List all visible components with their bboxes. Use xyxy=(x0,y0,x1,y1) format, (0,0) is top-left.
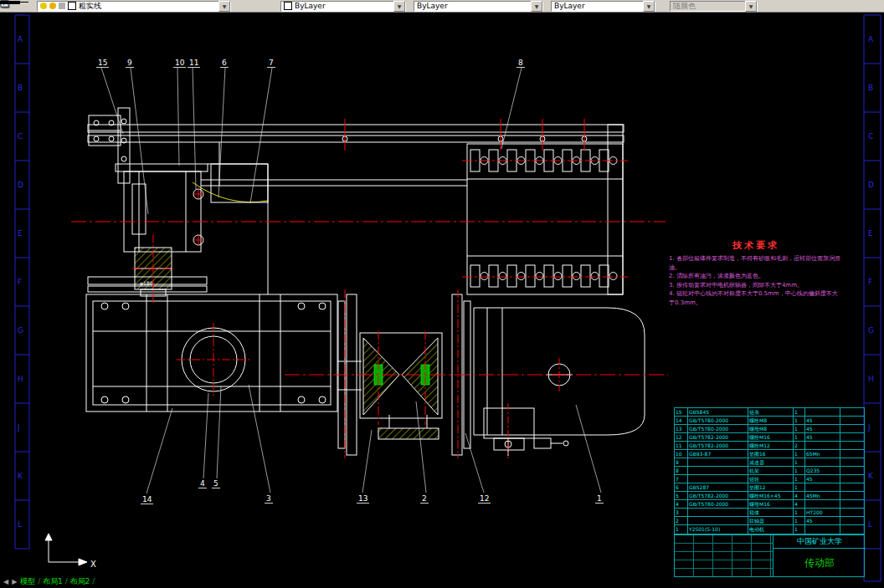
object-properties-toolbar: 粗实线 ▼ ByLayer ▼ ByLayer ▼ ByLayer ▼ 随颜色 … xyxy=(0,0,884,13)
parts-list-cell: 12 xyxy=(675,433,688,442)
parts-list-cell xyxy=(805,500,840,509)
part-callout: 10 xyxy=(173,59,186,68)
parts-list-row: 4GB/T5780-2000螺母M164 xyxy=(675,500,864,509)
parts-list-cell: GB/T5780-2000 xyxy=(688,425,748,433)
zone-letter: D xyxy=(868,182,874,189)
parts-list-cell xyxy=(688,458,748,467)
part-callout: 14 xyxy=(141,495,153,504)
zone-letter: F xyxy=(868,279,872,286)
tab-scroll-left-icon[interactable]: ◀ xyxy=(3,578,8,585)
parts-list-cell xyxy=(840,425,864,433)
part-callout: 13 xyxy=(357,494,369,504)
parts-list-row: 1Y2S01(S-10)电动机1 xyxy=(675,525,864,534)
parts-list-row: 10GB93-87垫圈16165Mn xyxy=(675,450,864,458)
parts-list-cell: 10 xyxy=(675,450,688,458)
ucs-icon xyxy=(45,534,87,565)
parts-list-cell xyxy=(688,509,748,517)
parts-list-cell: 垫圈12 xyxy=(748,483,794,492)
parts-list-cell xyxy=(805,408,840,417)
zone-letter: K xyxy=(18,473,23,480)
parts-list-cell: GB93-87 xyxy=(688,450,748,458)
layout-tab[interactable]: 布局1 xyxy=(43,577,63,585)
parts-list-cell xyxy=(805,483,840,492)
parts-list-cell: 1 xyxy=(794,467,805,475)
zone-letter: B xyxy=(18,84,23,92)
parts-list-cell: 5 xyxy=(675,492,688,500)
tab-scroll-right-icon[interactable]: ▶ xyxy=(12,578,17,585)
parts-list-cell: 45 xyxy=(805,475,840,483)
parts-list-cell: 螺栓M16×45 xyxy=(748,492,794,500)
parts-list-cell: GB/T5780-2000 xyxy=(688,500,748,509)
color-select[interactable]: ByLayer ▼ xyxy=(280,1,406,12)
diameter-dimension: φ180 xyxy=(140,280,153,287)
parts-list-cell: GB/T5780-2000 xyxy=(688,417,748,425)
parts-list-cell: GB/T5782-2000 xyxy=(688,442,748,450)
parts-list-cell xyxy=(840,475,864,483)
parts-list-cell: 1 xyxy=(794,483,805,492)
chevron-down-icon[interactable]: ▼ xyxy=(393,1,405,12)
layout-tab-bar: ◀ ▶ 模型 / 布局1 / 布局2 / xyxy=(3,576,95,587)
plotstyle-select: 随颜色 ▼ xyxy=(670,1,758,12)
technical-requirement-line: 3. 按传动要求对中电机联轴器，间隙不大于4mm。 xyxy=(669,281,843,290)
parts-list-table: 15GB5845链条114GB/T5780-2000螺栓M814513GB/T5… xyxy=(674,407,865,534)
parts-list-cell: Q235 xyxy=(805,467,840,475)
parts-list-cell xyxy=(840,450,864,458)
part-callout: 4 xyxy=(198,479,207,488)
parts-list-cell xyxy=(840,517,864,525)
parts-list-cell: 45 xyxy=(805,517,840,525)
chevron-down-icon[interactable]: ▼ xyxy=(218,1,230,12)
parts-list-cell: 机架 xyxy=(748,467,794,475)
layout-tab[interactable]: 模型 xyxy=(20,577,35,585)
zone-letter: B xyxy=(868,84,873,92)
parts-list-row: 5GB/T5782-2000螺栓M16×45445Mn xyxy=(675,492,864,500)
layout-tabs: 模型 / 布局1 / 布局2 / xyxy=(20,576,95,587)
zone-letter: L xyxy=(18,521,22,529)
parts-list-cell: 1 xyxy=(794,475,805,483)
chevron-down-icon[interactable]: ▼ xyxy=(531,1,542,12)
zone-letter: H xyxy=(868,376,874,383)
parts-list-row: 2联轴器145 xyxy=(675,517,864,525)
current-lineweight-name: ByLayer xyxy=(554,2,640,10)
parts-list-cell: 13 xyxy=(675,425,688,433)
parts-list-cell xyxy=(840,483,864,492)
part-callout: 1 xyxy=(595,494,604,504)
parts-list-cell: 1 xyxy=(794,450,805,458)
part-callout: 9 xyxy=(126,59,134,68)
parts-list-cell: 45Mn xyxy=(805,492,840,500)
zone-letter: A xyxy=(868,36,873,43)
parts-list-cell: 1 xyxy=(794,509,805,517)
layer-previous-icon[interactable] xyxy=(251,0,266,12)
lineweight-sample-icon xyxy=(0,0,20,5)
parts-list-cell: 箱体 xyxy=(748,509,794,517)
parts-list-cell: 15 xyxy=(675,408,688,417)
title-block-right: 中国矿业大学 传动部 xyxy=(774,535,866,576)
parts-list-cell xyxy=(805,442,840,450)
linetype-select[interactable]: ByLayer ▼ xyxy=(414,1,543,12)
technical-requirement-line: 4. 链轮对中心线的不对称度不大于0.5mm，中心线的偏斜度不大于0.3mm。 xyxy=(669,289,843,307)
current-linetype-name: ByLayer xyxy=(417,2,528,10)
parts-list-cell: 11 xyxy=(675,442,688,450)
chevron-down-icon: ▼ xyxy=(745,1,757,12)
drawing-title: 传动部 xyxy=(774,549,866,577)
parts-list-cell: 4 xyxy=(794,492,805,500)
chevron-down-icon[interactable]: ▼ xyxy=(643,1,655,12)
freeze-icon[interactable] xyxy=(49,3,56,9)
layer-select[interactable]: 粗实线 ▼ xyxy=(37,1,231,12)
parts-list-cell: 电动机 xyxy=(748,525,794,534)
make-layer-current-icon[interactable] xyxy=(234,0,249,12)
lock-icon[interactable] xyxy=(59,3,65,9)
current-layer-name: 粗实线 xyxy=(79,1,216,12)
layout-tab[interactable]: 布局2 xyxy=(70,577,90,585)
zone-letter: H xyxy=(18,376,23,383)
parts-list-cell xyxy=(840,442,864,450)
bulb-icon[interactable] xyxy=(40,3,47,9)
parts-list-cell: GB5845 xyxy=(688,408,748,417)
zone-letter: E xyxy=(18,230,23,238)
part-callout: 11 xyxy=(188,59,200,68)
zone-letter: J xyxy=(18,424,20,432)
parts-list-cell xyxy=(840,492,864,500)
parts-list-cell: 1 xyxy=(675,525,688,534)
lineweight-select[interactable]: ByLayer ▼ xyxy=(551,1,655,12)
parts-list-cell: 1 xyxy=(794,517,805,525)
drawing-canvas[interactable]: φ180 X 159101167814453132121 AABBCCDDEEF… xyxy=(0,0,884,588)
